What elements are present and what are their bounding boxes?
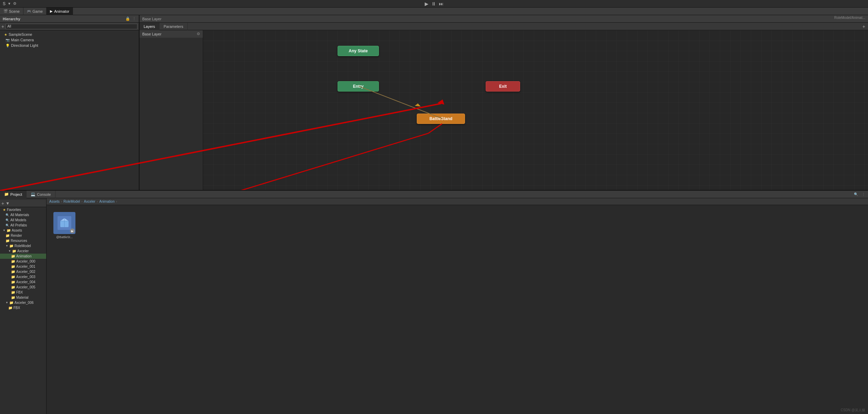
hierarchy-add-btn[interactable]: +: [1, 24, 4, 29]
tree-all-materials[interactable]: 🔍 All Materials: [0, 212, 46, 217]
animator-breadcrumb-label: Base Layer: [142, 17, 162, 21]
folder-icon-ax003: 📁: [11, 275, 15, 279]
battlestand-label: BattleStand: [430, 116, 453, 121]
main-layout: Hierarchy 🔒 ⋮ + ★ SampleScene 📷 Main Cam…: [0, 15, 868, 414]
tree-axceler-006-label: Axceler_006: [14, 301, 34, 305]
exit-label: Exit: [499, 84, 507, 89]
tree-fbx2-label: FBX: [13, 306, 20, 310]
tab-game-label: Game: [32, 9, 43, 13]
tree-all-prefabs[interactable]: 🔍 All Prefabs: [0, 223, 46, 228]
animator-canvas[interactable]: Any State Entry Exit BattleStand: [203, 30, 868, 190]
folder-icon-axceler: 📁: [12, 249, 16, 253]
tabs-row: 🎬 Scene 🎮 Game ▶ Animator: [0, 8, 868, 15]
animator-header: Base Layer RoleModel/Animat...: [140, 15, 868, 23]
hierarchy-lock-icon[interactable]: 🔒: [125, 17, 130, 21]
tree-axceler-001[interactable]: 📁 Axceler_001: [0, 264, 46, 269]
tree-axceler-002-label: Axceler_002: [16, 270, 35, 274]
hierarchy-item-samplescene[interactable]: ★ SampleScene: [0, 32, 139, 37]
project-item-inner-battlestand: [58, 216, 71, 230]
tree-all-models[interactable]: 🔍 All Models: [0, 217, 46, 223]
tree-animation[interactable]: 📁 Animation: [0, 254, 46, 259]
tree-assets[interactable]: ▼ 📁 Assets: [0, 228, 46, 233]
search-icon-bottom: 🔍: [854, 192, 858, 196]
state-battlestand[interactable]: BattleStand: [417, 114, 465, 124]
folder-icon-render: 📁: [6, 234, 10, 237]
tree-assets-label: Assets: [12, 229, 22, 232]
step-button[interactable]: ⏭: [439, 1, 444, 7]
folder-icon-ax002: 📁: [11, 270, 15, 274]
tree-resources[interactable]: 📁 Resources: [0, 238, 46, 243]
tri-rolemodel: ▼: [6, 244, 8, 247]
tree-material-label: Material: [16, 296, 29, 299]
entry-label: Entry: [353, 84, 364, 89]
layer-gear-icon[interactable]: ⚙: [197, 32, 200, 36]
project-menu-btn[interactable]: ▼: [6, 201, 10, 206]
breadcrumb-assets[interactable]: Assets: [49, 200, 60, 203]
breadcrumb-animation[interactable]: Animation: [99, 200, 114, 203]
tree-axceler-004[interactable]: 📁 Axceler_004: [0, 279, 46, 285]
state-exit[interactable]: Exit: [486, 81, 520, 92]
hierarchy-item-maincamera[interactable]: 📷 Main Camera: [0, 37, 139, 43]
subtab-parameters[interactable]: Parameters: [159, 23, 188, 30]
animator-file-label: RoleModel/Animat...: [834, 16, 865, 20]
tree-all-prefabs-label: All Prefabs: [10, 223, 27, 227]
tree-axceler-005[interactable]: 📁 Axceler_005: [0, 285, 46, 290]
tree-axceler[interactable]: ▼ 📁 Axceler: [0, 248, 46, 254]
tree-fbx-label: FBX: [16, 290, 23, 294]
tree-axceler-003[interactable]: 📁 Axceler_003: [0, 274, 46, 279]
breadcrumb-axceler[interactable]: Axceler: [84, 200, 95, 203]
top-section: Hierarchy 🔒 ⋮ + ★ SampleScene 📷 Main Cam…: [0, 15, 868, 191]
search-icon-pref: 🔍: [6, 224, 9, 227]
folder-icon-ax006: 📁: [9, 301, 13, 305]
play-controls: ▶ ⏸ ⏭: [0, 0, 868, 8]
subtab-layers[interactable]: Layers: [140, 23, 159, 30]
tree-render[interactable]: 📁 Render: [0, 233, 46, 238]
subtab-add-btn[interactable]: +: [860, 24, 868, 29]
tree-favorites-label: Favorites: [7, 208, 21, 212]
tree-material[interactable]: 📁 Material: [0, 295, 46, 300]
star-icon-fav: ★: [3, 208, 6, 212]
tree-axceler-002[interactable]: 📁 Axceler_002: [0, 269, 46, 274]
any-state-label: Any State: [349, 49, 368, 53]
hierarchy-menu-icon[interactable]: ⋮: [132, 17, 136, 21]
layers-panel: Base Layer ⚙: [140, 30, 203, 190]
tab-console[interactable]: 💻 Console: [27, 191, 55, 198]
light-icon: 💡: [6, 44, 10, 47]
project-add-btn[interactable]: +: [1, 201, 4, 206]
state-entry[interactable]: Entry: [338, 81, 379, 92]
project-item-battlestand-label: @BattleSt...: [56, 235, 73, 239]
tab-project[interactable]: 📁 Project: [0, 191, 27, 198]
bottom-section: 📁 Project 💻 Console 🔍 ⋮ + ▼: [0, 191, 868, 414]
tri-axceler-006: ▼: [6, 301, 8, 304]
tab-scene[interactable]: 🎬 Scene: [0, 8, 23, 15]
tree-favorites[interactable]: ★ Favorites: [0, 207, 46, 212]
tree-axceler-006[interactable]: ▼ 📁 Axceler_006: [0, 300, 46, 305]
tree-axceler-000-label: Axceler_000: [16, 259, 35, 263]
tree-fbx2[interactable]: 📁 FBX: [0, 305, 46, 310]
pause-button[interactable]: ⏸: [431, 1, 436, 7]
tree-axceler-005-label: Axceler_005: [16, 285, 35, 289]
tab-game[interactable]: 🎮 Game: [23, 8, 46, 15]
subtab-layers-label: Layers: [144, 24, 155, 29]
state-any-state[interactable]: Any State: [338, 46, 379, 56]
play-button[interactable]: ▶: [425, 1, 428, 7]
tree-animation-label: Animation: [16, 254, 31, 258]
folder-icon-ax001: 📁: [11, 265, 15, 268]
scene-icon: 🎬: [3, 9, 8, 13]
animator-icon: ▶: [50, 9, 53, 13]
hierarchy-item-directionallight[interactable]: 💡 Directional Light: [0, 43, 139, 48]
tree-fbx[interactable]: 📁 FBX: [0, 290, 46, 295]
camera-icon: 📷: [6, 38, 10, 42]
hierarchy-search[interactable]: [6, 24, 137, 29]
project-item-battlestand[interactable]: ▶ @BattleSt...: [52, 211, 77, 240]
tri-assets: ▼: [3, 229, 6, 232]
tree-axceler-000[interactable]: 📁 Axceler_000: [0, 259, 46, 264]
tab-animator[interactable]: ▶ Animator: [46, 8, 73, 15]
breadcrumb-sep3: ›: [97, 200, 98, 203]
breadcrumb-rolemodel[interactable]: RoleModel: [63, 200, 80, 203]
layer-item-base[interactable]: Base Layer ⚙: [140, 30, 203, 38]
breadcrumb-sep1: ›: [61, 200, 62, 203]
tab-animator-label: Animator: [54, 9, 69, 13]
animator-subtabs: Layers Parameters +: [140, 23, 868, 30]
tree-rolemodel[interactable]: ▼ 📁 RoleModel: [0, 243, 46, 248]
